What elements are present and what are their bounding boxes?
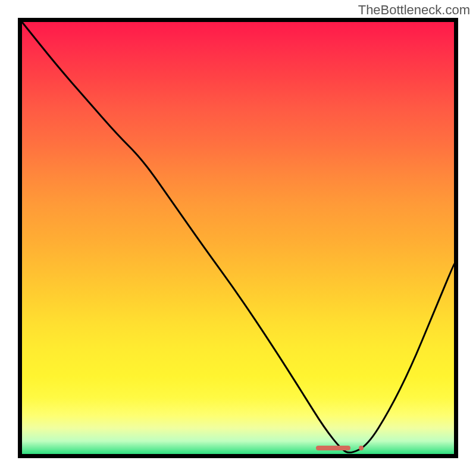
- chart-plot-area: [18, 18, 458, 458]
- watermark-text: TheBottleneck.com: [358, 2, 470, 18]
- optimal-range-marker: [316, 446, 350, 450]
- chart-container: TheBottleneck.com: [0, 0, 476, 476]
- bottleneck-curve: [22, 22, 454, 454]
